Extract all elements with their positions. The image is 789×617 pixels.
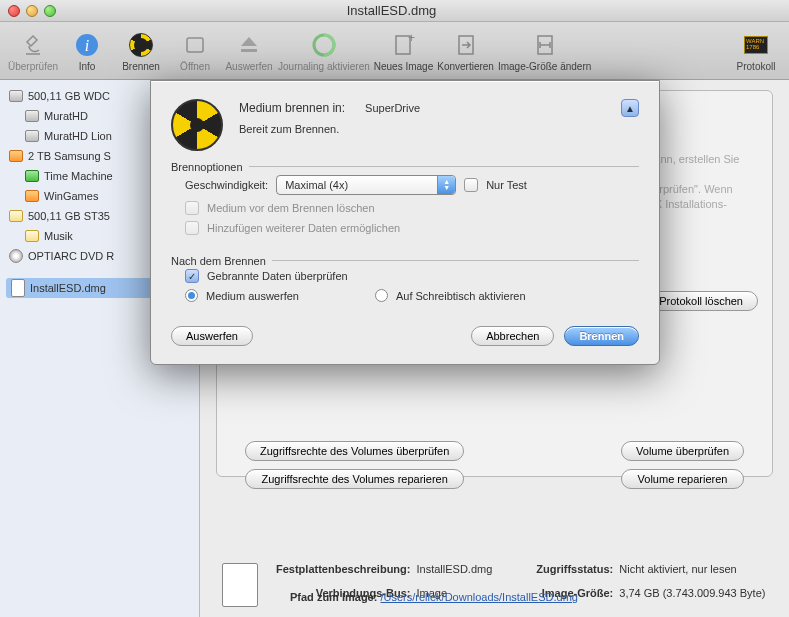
timemachine-icon — [25, 170, 39, 182]
toolbar-log[interactable]: WARN1786Protokoll — [731, 29, 781, 72]
after-burn-fieldset: Nach dem Brennen ✓ Gebrannte Daten überp… — [171, 255, 639, 312]
sheet-eject-button[interactable]: Auswerfen — [171, 326, 253, 346]
speed-value: Maximal (4x) — [285, 179, 348, 191]
eject-media-radio[interactable] — [185, 289, 198, 302]
append-data-label: Hinzufügen weiterer Daten ermöglichen — [207, 222, 400, 234]
burn-large-icon — [171, 99, 223, 151]
mount-desktop-label: Auf Schreibtisch aktivieren — [396, 290, 526, 302]
path-label: Pfad zum Image: — [290, 591, 377, 603]
after-burn-title: Nach dem Brennen — [171, 255, 272, 267]
toolbar: Überprüfen iInfo Brennen Öffnen Auswerfe… — [0, 22, 789, 80]
toolbar-burn[interactable]: Brennen — [116, 29, 166, 72]
desc-label: Festplattenbeschreibung: — [276, 563, 410, 584]
traffic-lights — [8, 5, 56, 17]
image-path-link[interactable]: /Users/rellek/Downloads/InstallESD.dmg — [380, 591, 577, 603]
titlebar: InstallESD.dmg — [0, 0, 789, 22]
svg-text:i: i — [85, 37, 89, 54]
zoom-window-button[interactable] — [44, 5, 56, 17]
speed-select[interactable]: Maximal (4x) ▲▼ — [276, 175, 456, 195]
burn-status: Bereit zum Brennen. — [239, 123, 639, 135]
new-image-icon: + — [387, 29, 419, 61]
access-label: Zugriffsstatus: — [536, 563, 613, 584]
minimize-window-button[interactable] — [26, 5, 38, 17]
toolbar-verify[interactable]: Überprüfen — [8, 29, 58, 72]
sheet-burn-button[interactable]: Brennen — [564, 326, 639, 346]
open-icon — [179, 29, 211, 61]
check-permissions-button[interactable]: Zugriffsrechte des Volumes überprüfen — [245, 441, 464, 461]
test-only-checkbox[interactable] — [464, 178, 478, 192]
burn-options-title: Brennoptionen — [171, 161, 249, 173]
volume-icon — [25, 230, 39, 242]
verify-data-checkbox[interactable]: ✓ — [185, 269, 199, 283]
dmg-large-icon — [222, 563, 258, 607]
disclosure-toggle[interactable]: ▲ — [621, 99, 639, 117]
toolbar-open[interactable]: Öffnen — [170, 29, 220, 72]
toolbar-info[interactable]: iInfo — [62, 29, 112, 72]
microscope-icon — [17, 29, 49, 61]
burn-drive-name: SuperDrive — [365, 102, 420, 114]
window-title: InstallESD.dmg — [56, 3, 727, 18]
eject-icon — [233, 29, 265, 61]
resize-icon — [529, 29, 561, 61]
journal-icon — [308, 29, 340, 61]
volume-icon — [25, 190, 39, 202]
repair-permissions-button[interactable]: Zugriffsrechte des Volumes reparieren — [245, 469, 464, 489]
burn-options-fieldset: Brennoptionen Geschwindigkeit: Maximal (… — [171, 161, 639, 245]
toolbar-resize-image[interactable]: Image-Größe ändern — [498, 29, 591, 72]
select-arrows-icon: ▲▼ — [437, 176, 455, 194]
svg-rect-2 — [187, 38, 203, 52]
toolbar-eject[interactable]: Auswerfen — [224, 29, 274, 72]
hd-icon — [9, 210, 23, 222]
hd-icon — [9, 90, 23, 102]
mount-desktop-radio[interactable] — [375, 289, 388, 302]
sheet-cancel-button[interactable]: Abbrechen — [471, 326, 554, 346]
eject-media-label: Medium auswerfen — [206, 290, 299, 302]
convert-icon — [450, 29, 482, 61]
close-window-button[interactable] — [8, 5, 20, 17]
repair-volume-button[interactable]: Volume reparieren — [621, 469, 744, 489]
toolbar-convert[interactable]: Konvertieren — [437, 29, 494, 72]
volume-icon — [25, 110, 39, 122]
burn-icon — [125, 29, 157, 61]
check-volume-button[interactable]: Volume überprüfen — [621, 441, 744, 461]
path-row: Pfad zum Image: /Users/rellek/Downloads/… — [290, 591, 773, 603]
burn-sheet: Medium brennen in: SuperDrive ▲ Bereit z… — [150, 80, 660, 365]
hd-external-icon — [9, 150, 23, 162]
append-data-checkbox — [185, 221, 199, 235]
clear-log-button[interactable]: Protokoll löschen — [644, 291, 758, 311]
dvd-icon — [9, 249, 23, 263]
test-only-label: Nur Test — [486, 179, 527, 191]
volume-icon — [25, 130, 39, 142]
verify-data-label: Gebrannte Daten überprüfen — [207, 270, 348, 282]
toolbar-new-image[interactable]: +Neues Image — [374, 29, 433, 72]
desc-value: InstallESD.dmg — [416, 563, 492, 584]
erase-before-checkbox — [185, 201, 199, 215]
burn-in-label: Medium brennen in: — [239, 101, 345, 115]
speed-label: Geschwindigkeit: — [185, 179, 268, 191]
access-value: Nicht aktiviert, nur lesen — [619, 563, 765, 584]
info-icon: i — [71, 29, 103, 61]
log-icon: WARN1786 — [740, 29, 772, 61]
erase-before-label: Medium vor dem Brennen löschen — [207, 202, 375, 214]
dmg-icon — [11, 279, 25, 297]
svg-text:+: + — [408, 32, 415, 45]
toolbar-journaling[interactable]: Journaling aktivieren — [278, 29, 370, 72]
